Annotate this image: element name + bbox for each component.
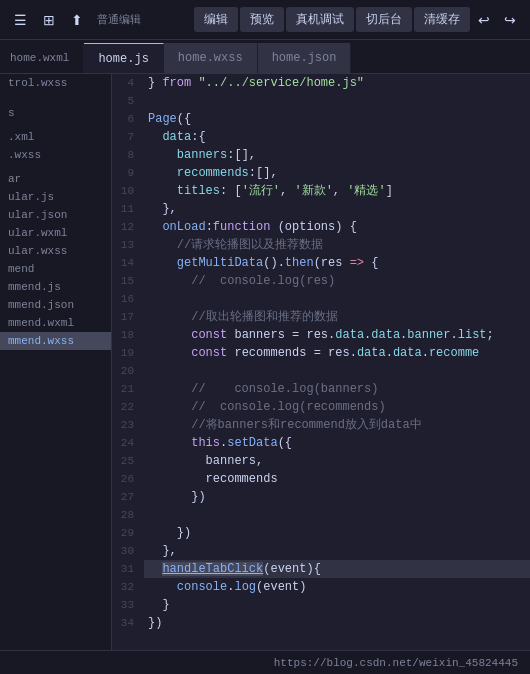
code-line-27: 27 }) xyxy=(112,488,530,506)
line-num-26: 26 xyxy=(112,470,144,488)
code-editor[interactable]: 4 } from "../../service/home.js" 5 6 Pag… xyxy=(112,74,530,650)
line-content-10: titles: ['流行', '新款', '精选'] xyxy=(144,182,530,200)
code-line-31: 31 handleTabClick(event){ xyxy=(112,560,530,578)
line-num-23: 23 xyxy=(112,416,144,434)
line-num-31: 31 xyxy=(112,560,144,578)
code-line-22: 22 // console.log(recommends) xyxy=(112,398,530,416)
line-num-19: 19 xyxy=(112,344,144,362)
line-num-15: 15 xyxy=(112,272,144,290)
sidebar-item-ar[interactable]: ar xyxy=(0,170,111,188)
toolbar-left: ☰ ⊞ ⬆ 普通编辑 xyxy=(8,8,145,32)
code-line-19: 19 const recommends = res.data.data.reco… xyxy=(112,344,530,362)
sidebar-item-mmend-js[interactable]: mmend.js xyxy=(0,278,111,296)
line-content-13: //请求轮播图以及推荐数据 xyxy=(144,236,530,254)
line-content-4: } from "../../service/home.js" xyxy=(144,74,530,92)
edit-btn[interactable]: 编辑 xyxy=(194,7,238,32)
sidebar-item-ular-json[interactable]: ular.json xyxy=(0,206,111,224)
line-num-8: 8 xyxy=(112,146,144,164)
sidebar-item-mmend-wxml[interactable]: mmend.wxml xyxy=(0,314,111,332)
line-num-30: 30 xyxy=(112,542,144,560)
undo-btn[interactable]: ↩ xyxy=(472,8,496,32)
line-content-19: const recommends = res.data.data.recomme xyxy=(144,344,530,362)
sidebar-item-ular-wxss[interactable]: ular.wxss xyxy=(0,242,111,260)
line-content-18: const banners = res.data.data.banner.lis… xyxy=(144,326,530,344)
tab-home-json[interactable]: home.json xyxy=(258,43,352,73)
code-line-25: 25 banners, xyxy=(112,452,530,470)
sidebar-item-ular-js[interactable]: ular.js xyxy=(0,188,111,206)
line-content-14: getMultiData().then(res => { xyxy=(144,254,530,272)
tab-home-wxml[interactable]: home.wxml xyxy=(0,43,84,73)
list-icon-btn[interactable]: ⊞ xyxy=(37,8,61,32)
code-line-12: 12 onLoad:function (options) { xyxy=(112,218,530,236)
line-content-8: banners:[], xyxy=(144,146,530,164)
line-content-11: }, xyxy=(144,200,530,218)
code-line-17: 17 //取出轮播图和推荐的数据 xyxy=(112,308,530,326)
code-line-20: 20 xyxy=(112,362,530,380)
line-num-6: 6 xyxy=(112,110,144,128)
code-line-21: 21 // console.log(banners) xyxy=(112,380,530,398)
sidebar-item-3[interactable]: s xyxy=(0,104,111,122)
toolbar-title: 普通编辑 xyxy=(93,12,145,27)
sidebar-item-mmend-wxss[interactable]: mmend.wxss xyxy=(0,332,111,350)
sidebar-item-wxss[interactable]: .wxss xyxy=(0,146,111,164)
code-line-10: 10 titles: ['流行', '新款', '精选'] xyxy=(112,182,530,200)
line-content-21: // console.log(banners) xyxy=(144,380,530,398)
code-line-32: 32 console.log(event) xyxy=(112,578,530,596)
line-content-26: recommends xyxy=(144,470,530,488)
sidebar-item-mmend-json[interactable]: mmend.json xyxy=(0,296,111,314)
code-line-26: 26 recommends xyxy=(112,470,530,488)
line-num-9: 9 xyxy=(112,164,144,182)
code-line-30: 30 }, xyxy=(112,542,530,560)
code-line-24: 24 this.setData({ xyxy=(112,434,530,452)
sidebar-item-mend[interactable]: mend xyxy=(0,260,111,278)
tab-home-wxss[interactable]: home.wxss xyxy=(164,43,258,73)
menu-icon-btn[interactable]: ☰ xyxy=(8,8,33,32)
line-content-12: onLoad:function (options) { xyxy=(144,218,530,236)
code-line-7: 7 data:{ xyxy=(112,128,530,146)
redo-btn[interactable]: ↪ xyxy=(498,8,522,32)
tab-home-js[interactable]: home.js xyxy=(84,43,163,73)
line-num-13: 13 xyxy=(112,236,144,254)
export-icon-btn[interactable]: ⬆ xyxy=(65,8,89,32)
preview-btn[interactable]: 预览 xyxy=(240,7,284,32)
code-line-8: 8 banners:[], xyxy=(112,146,530,164)
code-lines: 4 } from "../../service/home.js" 5 6 Pag… xyxy=(112,74,530,632)
line-num-22: 22 xyxy=(112,398,144,416)
code-line-16: 16 xyxy=(112,290,530,308)
real-device-btn[interactable]: 真机调试 xyxy=(286,7,354,32)
code-line-18: 18 const banners = res.data.data.banner.… xyxy=(112,326,530,344)
line-content-34: }) xyxy=(144,614,530,632)
line-num-34: 34 xyxy=(112,614,144,632)
line-content-9: recommends:[], xyxy=(144,164,530,182)
toolbar-right: 编辑 预览 真机调试 切后台 清缓存 ↩ ↪ xyxy=(194,7,522,32)
line-content-24: this.setData({ xyxy=(144,434,530,452)
line-content-30: }, xyxy=(144,542,530,560)
code-line-11: 11 }, xyxy=(112,200,530,218)
tab-bar: home.wxml home.js home.wxss home.json xyxy=(0,40,530,74)
switch-bg-btn[interactable]: 切后台 xyxy=(356,7,412,32)
code-line-28: 28 xyxy=(112,506,530,524)
line-num-33: 33 xyxy=(112,596,144,614)
sidebar-item-xml[interactable]: .xml xyxy=(0,128,111,146)
line-content-23: //将banners和recommend放入到data中 xyxy=(144,416,530,434)
toolbar: ☰ ⊞ ⬆ 普通编辑 编辑 预览 真机调试 切后台 清缓存 ↩ ↪ xyxy=(0,0,530,40)
sidebar[interactable]: trol.wxss s .xml .wxss ar ular.js ular.j… xyxy=(0,74,112,650)
code-line-29: 29 }) xyxy=(112,524,530,542)
code-line-6: 6 Page({ xyxy=(112,110,530,128)
sidebar-item-ular-wxml[interactable]: ular.wxml xyxy=(0,224,111,242)
line-num-24: 24 xyxy=(112,434,144,452)
line-num-12: 12 xyxy=(112,218,144,236)
status-url: https://blog.csdn.net/weixin_45824445 xyxy=(274,657,518,669)
line-num-7: 7 xyxy=(112,128,144,146)
line-content-22: // console.log(recommends) xyxy=(144,398,530,416)
line-content-27: }) xyxy=(144,488,530,506)
line-content-15: // console.log(res) xyxy=(144,272,530,290)
line-content-33: } xyxy=(144,596,530,614)
clear-cache-btn[interactable]: 清缓存 xyxy=(414,7,470,32)
line-num-28: 28 xyxy=(112,506,144,524)
sidebar-item-0[interactable]: trol.wxss xyxy=(0,74,111,92)
line-content-7: data:{ xyxy=(144,128,530,146)
line-content-6: Page({ xyxy=(144,110,530,128)
line-num-32: 32 xyxy=(112,578,144,596)
code-line-9: 9 recommends:[], xyxy=(112,164,530,182)
